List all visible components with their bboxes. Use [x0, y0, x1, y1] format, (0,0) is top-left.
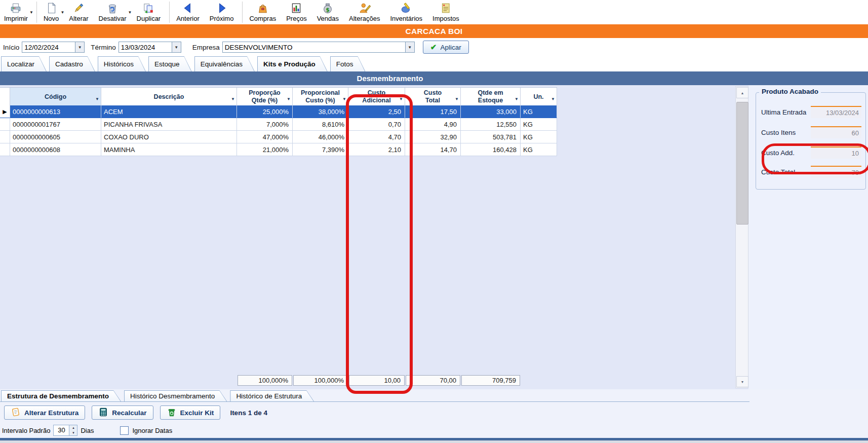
inicio-date-input[interactable] [22, 42, 75, 53]
sort-dropdown-icon[interactable]: ▼ [342, 97, 346, 101]
empresa-combobox[interactable] [222, 42, 406, 53]
cell-descricao: COXAO DURO [101, 131, 237, 143]
precos-button[interactable]: Preços [282, 0, 312, 24]
produto-acabado-title: Produto Acabado [759, 88, 821, 95]
sort-dropdown-icon[interactable]: ▼ [287, 97, 291, 101]
cell-custo-adicional: 2,10 [348, 143, 405, 156]
custo-itens-value: 60 [811, 126, 861, 138]
toolbar-separator [36, 2, 37, 23]
sort-dropdown-icon[interactable]: ▼ [399, 97, 403, 101]
inventarios-button[interactable]: Inventários [386, 0, 428, 24]
column-header-proporcional-custo[interactable]: Proporcional Custo (%)▼ [293, 88, 348, 106]
cell-codigo: 0000000000608 [10, 143, 101, 156]
inicio-dropdown-icon[interactable]: ▼ [75, 42, 85, 53]
alterar-estrutura-button[interactable]: Alterar Estrutura [4, 405, 85, 420]
table-row[interactable]: ▶ 0000000000613 ACEM 25,000% 38,000% 2,5… [0, 105, 557, 118]
desativar-dropdown-icon[interactable]: ▼ [128, 10, 132, 15]
total-qtde-estoque: 709,759 [461, 375, 520, 386]
column-header-codigo[interactable]: Código▼ [10, 88, 101, 106]
column-header-qtde-em-estoque[interactable]: Qtde em Estoque▼ [461, 88, 521, 106]
scrollbar-thumb[interactable] [736, 102, 748, 225]
intervalo-value[interactable]: 30 [54, 425, 69, 435]
cell-proporcional-custo: 7,390% [293, 143, 348, 156]
column-header-custo-total[interactable]: Custo Total▼ [405, 88, 461, 106]
novo-dropdown-icon[interactable]: ▼ [60, 10, 64, 15]
aplicar-button[interactable]: ✔ Aplicar [423, 41, 469, 54]
vendas-button[interactable]: $ Vendas [313, 0, 345, 24]
inicio-label: Início [3, 44, 19, 51]
imprimir-button[interactable]: Imprimir ▼ [0, 0, 34, 24]
alteracoes-button[interactable]: Alterações [345, 0, 386, 24]
record-title-bar: CARCACA BOI [0, 24, 868, 38]
column-header-proporcao-qtde[interactable]: Proporção Qtde (%)▼ [237, 88, 293, 106]
column-header-custo-adicional[interactable]: Custo Adicional▼ [348, 88, 405, 106]
proximo-button[interactable]: Próximo [206, 0, 240, 24]
cell-qtde-estoque: 12,550 [461, 118, 521, 131]
tab-historico-de-estrutura[interactable]: Histórico de Estrutura [230, 390, 314, 401]
spinner-up-icon[interactable]: ▲ [69, 425, 77, 430]
recalcular-button[interactable]: Recalcular [92, 405, 153, 420]
tab-historico-desmembramento[interactable]: Histórico Desmembramento [124, 390, 227, 401]
anterior-button[interactable]: Anterior [172, 0, 206, 24]
empresa-dropdown-icon[interactable]: ▼ [406, 42, 415, 53]
excluir-kit-button[interactable]: Excluir Kit [160, 405, 221, 420]
custo-total-row: Custo Total 70 [761, 166, 861, 179]
tab-localizar[interactable]: Localizar [1, 56, 47, 71]
cell-proporcional-custo: 8,610% [293, 118, 348, 131]
tab-cadastro[interactable]: Cadastro [49, 56, 95, 71]
sort-dropdown-icon[interactable]: ▼ [551, 97, 555, 101]
sort-dropdown-icon[interactable]: ▼ [455, 97, 459, 101]
main-tabs: Localizar Cadastro Históricos Estoque Eq… [1, 56, 365, 71]
row-selector [0, 118, 10, 131]
termino-dropdown-icon[interactable]: ▼ [172, 42, 181, 53]
row-selector-header [0, 88, 10, 106]
novo-label: Novo [44, 15, 59, 22]
scroll-down-icon[interactable]: ▼ [736, 376, 748, 387]
table-row[interactable]: 0000000000605 COXAO DURO 47,000% 46,000%… [0, 131, 557, 143]
sort-dropdown-icon[interactable]: ▼ [95, 97, 99, 101]
scroll-up-icon[interactable]: ▲ [736, 87, 748, 98]
cell-custo-total: 14,70 [405, 143, 461, 156]
proximo-label: Próximo [210, 15, 234, 22]
section-header: Desmembramento [0, 71, 868, 85]
trash-recycle-icon [167, 407, 177, 419]
column-header-un[interactable]: Un.▼ [521, 88, 557, 106]
custo-itens-row: Custo Itens 60 [761, 126, 861, 139]
table-row[interactable]: 0000000000608 MAMINHA 21,000% 7,390% 2,1… [0, 143, 557, 156]
empresa-label: Empresa [192, 44, 220, 51]
money-bag-icon: $ [322, 2, 334, 14]
spinner-down-icon[interactable]: ▼ [69, 430, 77, 435]
imprimir-dropdown-icon[interactable]: ▼ [29, 10, 33, 15]
app-window: Imprimir ▼ Novo ▼ Alterar Desativar ▼ [0, 0, 868, 443]
alterar-button[interactable]: Alterar [65, 0, 94, 24]
tab-historicos[interactable]: Históricos [98, 56, 146, 71]
intervalo-spinner[interactable]: 30 ▲ ▼ [53, 425, 77, 436]
impostos-button[interactable]: Impostos [428, 0, 465, 24]
duplicar-button[interactable]: Duplicar [133, 0, 167, 24]
novo-button[interactable]: Novo ▼ [40, 0, 65, 24]
sort-dropdown-icon[interactable]: ▼ [231, 97, 235, 101]
arrow-right-icon [216, 2, 228, 14]
tab-estoque[interactable]: Estoque [148, 56, 192, 71]
tab-equivalencias[interactable]: Equivalências [194, 56, 255, 71]
tab-estrutura-de-desmembramento[interactable]: Estrutura de Desmembramento [1, 390, 121, 401]
ignorar-datas-checkbox[interactable] [120, 426, 129, 435]
row-selector [0, 143, 10, 156]
cell-proporcional-custo: 46,000% [293, 131, 348, 143]
cell-un: KG [521, 131, 557, 143]
shopping-bag-icon [257, 2, 269, 14]
column-header-descricao[interactable]: Descrição▼ [101, 88, 237, 106]
termino-date-input[interactable] [119, 42, 172, 53]
precos-label: Preços [286, 15, 306, 22]
table-row[interactable]: 0000000001767 PICANHA FRIVASA 7,000% 8,6… [0, 118, 557, 131]
new-document-icon [45, 2, 57, 14]
compras-button[interactable]: Compras [245, 0, 282, 24]
desativar-button[interactable]: Desativar ▼ [95, 0, 133, 24]
cell-codigo: 0000000000613 [10, 105, 101, 118]
vertical-scrollbar[interactable]: ▲ ▼ [735, 86, 748, 388]
tab-kits-e-producao[interactable]: Kits e Produção [257, 56, 328, 71]
record-title: CARCACA BOI [406, 27, 463, 36]
bottom-panel: Estrutura de Desmembramento Histórico De… [0, 389, 868, 438]
tab-fotos[interactable]: Fotos [330, 56, 366, 71]
sort-dropdown-icon[interactable]: ▼ [515, 97, 519, 101]
